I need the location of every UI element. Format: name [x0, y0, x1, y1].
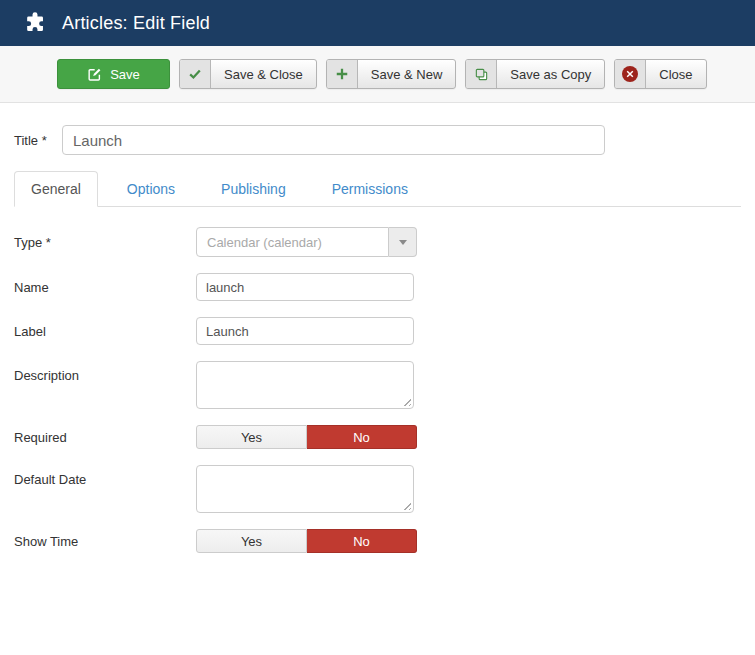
check-icon — [180, 60, 211, 88]
label-label: Label — [14, 324, 196, 339]
save-button[interactable]: Save — [57, 59, 170, 89]
toolbar: Save Save & Close Save & New Save as Cop… — [0, 46, 755, 103]
type-select-value: Calendar (calendar) — [196, 227, 389, 257]
copy-icon — [466, 60, 497, 88]
plus-icon — [327, 60, 358, 88]
required-yes-button[interactable]: Yes — [196, 425, 307, 449]
required-row: Required Yes No — [14, 425, 741, 449]
description-row: Description — [14, 361, 741, 409]
type-label: Type * — [14, 235, 196, 250]
tab-bar: General Options Publishing Permissions — [14, 171, 741, 207]
required-toggle: Yes No — [196, 425, 417, 449]
show-time-no-button[interactable]: No — [307, 529, 417, 553]
show-time-toggle: Yes No — [196, 529, 417, 553]
page-title: Articles: Edit Field — [62, 13, 210, 34]
title-row: Title * — [14, 125, 741, 155]
close-button[interactable]: Close — [614, 59, 706, 89]
description-label: Description — [14, 361, 196, 383]
name-input[interactable] — [196, 273, 414, 301]
save-and-new-label: Save & New — [358, 60, 456, 88]
save-as-copy-label: Save as Copy — [497, 60, 604, 88]
label-input[interactable] — [196, 317, 414, 345]
tab-general[interactable]: General — [14, 171, 98, 207]
description-textarea[interactable] — [197, 362, 413, 408]
close-button-label: Close — [646, 60, 705, 88]
show-time-yes-button[interactable]: Yes — [196, 529, 307, 553]
pencil-square-icon — [87, 67, 102, 82]
save-button-label: Save — [110, 67, 140, 82]
save-and-new-button[interactable]: Save & New — [326, 59, 457, 89]
title-input[interactable] — [62, 125, 605, 155]
save-and-close-button[interactable]: Save & Close — [179, 59, 317, 89]
required-label: Required — [14, 430, 196, 445]
chevron-down-icon — [399, 240, 407, 245]
default-date-textarea[interactable] — [197, 466, 413, 512]
app-header: Articles: Edit Field — [0, 0, 755, 46]
name-label: Name — [14, 280, 196, 295]
type-select-caret-button — [389, 227, 417, 257]
puzzle-piece-icon — [24, 12, 46, 34]
label-row: Label — [14, 317, 741, 345]
title-label: Title * — [14, 133, 62, 148]
name-row: Name — [14, 273, 741, 301]
tab-options[interactable]: Options — [110, 171, 192, 207]
default-date-label: Default Date — [14, 465, 196, 487]
show-time-label: Show Time — [14, 534, 196, 549]
save-as-copy-button[interactable]: Save as Copy — [465, 59, 605, 89]
show-time-row: Show Time Yes No — [14, 529, 741, 553]
general-form: Type * Calendar (calendar) Name Label De… — [14, 227, 741, 553]
type-select: Calendar (calendar) — [196, 227, 417, 257]
type-row: Type * Calendar (calendar) — [14, 227, 741, 257]
default-date-row: Default Date — [14, 465, 741, 513]
save-and-close-label: Save & Close — [211, 60, 316, 88]
tab-permissions[interactable]: Permissions — [315, 171, 425, 207]
cancel-circle-icon — [615, 60, 646, 88]
main-content: Title * General Options Publishing Permi… — [0, 125, 755, 553]
required-no-button[interactable]: No — [307, 425, 417, 449]
tab-publishing[interactable]: Publishing — [204, 171, 303, 207]
